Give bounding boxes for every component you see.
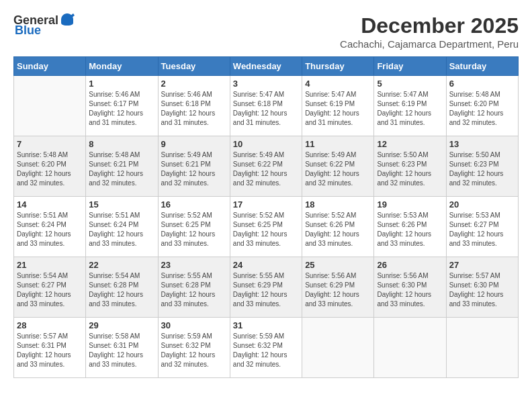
- calendar-cell: [14, 76, 86, 136]
- calendar-cell: 21Sunrise: 5:54 AM Sunset: 6:27 PM Dayli…: [14, 257, 86, 318]
- calendar-cell: [302, 318, 374, 378]
- calendar-cell: 29Sunrise: 5:58 AM Sunset: 6:31 PM Dayli…: [86, 318, 158, 378]
- calendar-cell: 18Sunrise: 5:52 AM Sunset: 6:26 PM Dayli…: [302, 197, 374, 257]
- day-info: Sunrise: 5:56 AM Sunset: 6:29 PM Dayligh…: [305, 271, 371, 309]
- logo-icon: [60, 12, 75, 27]
- week-row-1: 1Sunrise: 5:46 AM Sunset: 6:17 PM Daylig…: [14, 76, 519, 136]
- day-number: 23: [161, 260, 227, 270]
- day-number: 25: [305, 260, 371, 270]
- day-info: Sunrise: 5:55 AM Sunset: 6:29 PM Dayligh…: [233, 271, 299, 309]
- calendar-cell: 4Sunrise: 5:47 AM Sunset: 6:19 PM Daylig…: [302, 76, 374, 136]
- day-info: Sunrise: 5:46 AM Sunset: 6:18 PM Dayligh…: [161, 90, 227, 128]
- day-number: 11: [305, 139, 371, 149]
- day-info: Sunrise: 5:58 AM Sunset: 6:31 PM Dayligh…: [89, 332, 154, 369]
- day-info: Sunrise: 5:55 AM Sunset: 6:28 PM Dayligh…: [161, 271, 227, 309]
- calendar-cell: 6Sunrise: 5:48 AM Sunset: 6:20 PM Daylig…: [446, 76, 518, 136]
- calendar-cell: 31Sunrise: 5:59 AM Sunset: 6:32 PM Dayli…: [230, 318, 302, 378]
- calendar-cell: 24Sunrise: 5:55 AM Sunset: 6:29 PM Dayli…: [230, 257, 302, 318]
- day-number: 12: [377, 139, 443, 149]
- calendar-cell: [374, 318, 446, 378]
- day-info: Sunrise: 5:48 AM Sunset: 6:20 PM Dayligh…: [449, 90, 515, 128]
- day-number: 8: [89, 139, 154, 149]
- day-info: Sunrise: 5:49 AM Sunset: 6:22 PM Dayligh…: [305, 150, 371, 188]
- day-info: Sunrise: 5:52 AM Sunset: 6:26 PM Dayligh…: [305, 211, 371, 248]
- day-number: 3: [233, 79, 299, 89]
- week-row-5: 28Sunrise: 5:57 AM Sunset: 6:31 PM Dayli…: [14, 318, 519, 378]
- calendar-cell: 15Sunrise: 5:51 AM Sunset: 6:24 PM Dayli…: [86, 197, 158, 257]
- day-info: Sunrise: 5:49 AM Sunset: 6:22 PM Dayligh…: [233, 150, 299, 188]
- day-number: 30: [161, 320, 227, 330]
- day-number: 18: [305, 199, 371, 210]
- week-row-3: 14Sunrise: 5:51 AM Sunset: 6:24 PM Dayli…: [14, 197, 519, 257]
- day-info: Sunrise: 5:48 AM Sunset: 6:20 PM Dayligh…: [17, 150, 83, 188]
- calendar-cell: 17Sunrise: 5:52 AM Sunset: 6:25 PM Dayli…: [230, 197, 302, 257]
- days-header-row: SundayMondayTuesdayWednesdayThursdayFrid…: [14, 57, 519, 76]
- day-number: 7: [17, 139, 83, 149]
- day-info: Sunrise: 5:50 AM Sunset: 6:23 PM Dayligh…: [449, 150, 515, 188]
- title-section: December 2025 Cachachi, Cajamarca Depart…: [340, 13, 519, 50]
- calendar-cell: 3Sunrise: 5:47 AM Sunset: 6:18 PM Daylig…: [230, 76, 302, 136]
- calendar-cell: 20Sunrise: 5:53 AM Sunset: 6:27 PM Dayli…: [446, 197, 518, 257]
- day-info: Sunrise: 5:50 AM Sunset: 6:23 PM Dayligh…: [377, 150, 443, 188]
- day-number: 17: [233, 199, 299, 210]
- calendar-cell: 19Sunrise: 5:53 AM Sunset: 6:26 PM Dayli…: [374, 197, 446, 257]
- day-number: 14: [17, 199, 83, 210]
- logo: General Blue: [13, 13, 75, 38]
- calendar-cell: 8Sunrise: 5:48 AM Sunset: 6:21 PM Daylig…: [86, 136, 158, 197]
- day-number: 1: [89, 79, 154, 89]
- calendar-cell: [446, 318, 518, 378]
- day-number: 6: [449, 79, 515, 89]
- calendar-cell: 2Sunrise: 5:46 AM Sunset: 6:18 PM Daylig…: [158, 76, 230, 136]
- day-number: 31: [233, 320, 299, 330]
- day-info: Sunrise: 5:51 AM Sunset: 6:24 PM Dayligh…: [89, 211, 154, 248]
- day-header-thursday: Thursday: [302, 57, 374, 76]
- calendar-cell: 22Sunrise: 5:54 AM Sunset: 6:28 PM Dayli…: [86, 257, 158, 318]
- calendar-cell: 30Sunrise: 5:59 AM Sunset: 6:32 PM Dayli…: [158, 318, 230, 378]
- day-number: 22: [89, 260, 154, 270]
- calendar-cell: 25Sunrise: 5:56 AM Sunset: 6:29 PM Dayli…: [302, 257, 374, 318]
- day-info: Sunrise: 5:46 AM Sunset: 6:17 PM Dayligh…: [89, 90, 154, 128]
- day-number: 5: [377, 79, 443, 89]
- day-number: 28: [17, 320, 83, 330]
- day-number: 19: [377, 199, 443, 210]
- month-title: December 2025: [340, 13, 519, 38]
- day-info: Sunrise: 5:49 AM Sunset: 6:21 PM Dayligh…: [161, 150, 227, 188]
- day-number: 20: [449, 199, 515, 210]
- day-number: 2: [161, 79, 227, 89]
- day-number: 15: [89, 199, 154, 210]
- day-info: Sunrise: 5:59 AM Sunset: 6:32 PM Dayligh…: [161, 332, 227, 369]
- day-info: Sunrise: 5:54 AM Sunset: 6:27 PM Dayligh…: [17, 271, 83, 309]
- page-header: General Blue December 2025 Cachachi, Caj…: [13, 13, 519, 50]
- day-number: 27: [449, 260, 515, 270]
- calendar-cell: 9Sunrise: 5:49 AM Sunset: 6:21 PM Daylig…: [158, 136, 230, 197]
- day-number: 24: [233, 260, 299, 270]
- day-info: Sunrise: 5:47 AM Sunset: 6:19 PM Dayligh…: [305, 90, 371, 128]
- day-header-tuesday: Tuesday: [158, 57, 230, 76]
- calendar-cell: 16Sunrise: 5:52 AM Sunset: 6:25 PM Dayli…: [158, 197, 230, 257]
- calendar-cell: 27Sunrise: 5:57 AM Sunset: 6:30 PM Dayli…: [446, 257, 518, 318]
- day-number: 29: [89, 320, 154, 330]
- day-info: Sunrise: 5:56 AM Sunset: 6:30 PM Dayligh…: [377, 271, 443, 309]
- day-info: Sunrise: 5:47 AM Sunset: 6:18 PM Dayligh…: [233, 90, 299, 128]
- day-number: 13: [449, 139, 515, 149]
- day-info: Sunrise: 5:52 AM Sunset: 6:25 PM Dayligh…: [161, 211, 227, 248]
- calendar-cell: 13Sunrise: 5:50 AM Sunset: 6:23 PM Dayli…: [446, 136, 518, 197]
- day-header-saturday: Saturday: [446, 57, 518, 76]
- calendar-table: SundayMondayTuesdayWednesdayThursdayFrid…: [13, 56, 519, 378]
- day-number: 21: [17, 260, 83, 270]
- day-number: 4: [305, 79, 371, 89]
- calendar-cell: 7Sunrise: 5:48 AM Sunset: 6:20 PM Daylig…: [14, 136, 86, 197]
- day-info: Sunrise: 5:57 AM Sunset: 6:31 PM Dayligh…: [17, 332, 83, 369]
- calendar-cell: 23Sunrise: 5:55 AM Sunset: 6:28 PM Dayli…: [158, 257, 230, 318]
- day-header-monday: Monday: [86, 57, 158, 76]
- calendar-cell: 10Sunrise: 5:49 AM Sunset: 6:22 PM Dayli…: [230, 136, 302, 197]
- calendar-cell: 5Sunrise: 5:47 AM Sunset: 6:19 PM Daylig…: [374, 76, 446, 136]
- calendar-cell: 1Sunrise: 5:46 AM Sunset: 6:17 PM Daylig…: [86, 76, 158, 136]
- day-info: Sunrise: 5:57 AM Sunset: 6:30 PM Dayligh…: [449, 271, 515, 309]
- day-info: Sunrise: 5:47 AM Sunset: 6:19 PM Dayligh…: [377, 90, 443, 128]
- calendar-cell: 28Sunrise: 5:57 AM Sunset: 6:31 PM Dayli…: [14, 318, 86, 378]
- day-info: Sunrise: 5:53 AM Sunset: 6:27 PM Dayligh…: [449, 211, 515, 248]
- day-header-friday: Friday: [374, 57, 446, 76]
- calendar-cell: 26Sunrise: 5:56 AM Sunset: 6:30 PM Dayli…: [374, 257, 446, 318]
- day-info: Sunrise: 5:54 AM Sunset: 6:28 PM Dayligh…: [89, 271, 154, 309]
